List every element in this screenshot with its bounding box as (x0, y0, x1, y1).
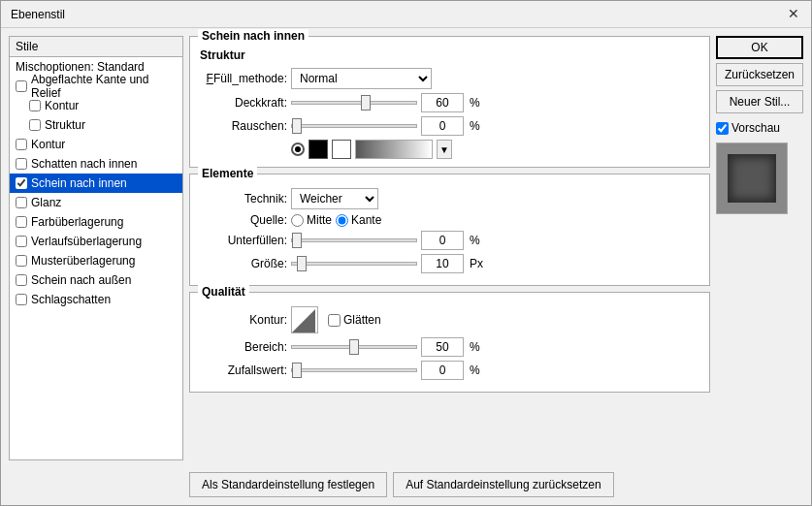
zufallswert-row: Zufallswert: % (200, 361, 699, 380)
quelle-kante-label[interactable]: Kante (336, 213, 381, 227)
groesse-row: Größe: Px (200, 254, 699, 273)
unterfuellen-input[interactable] (421, 231, 464, 250)
elemente-section-label: Elemente (198, 167, 257, 180)
farbueberlagerung-checkbox[interactable] (16, 216, 27, 228)
quelle-kante-text: Kante (351, 213, 381, 227)
preview-inner (728, 154, 776, 203)
radio-color[interactable] (291, 142, 305, 156)
glaetten-checkbox[interactable] (328, 314, 341, 327)
glanz-checkbox[interactable] (16, 197, 27, 208)
dialog-body: Stile Mischoptionen: Standard Abgeflacht… (1, 28, 811, 468)
deckkraft-label: Deckkraft: (200, 96, 287, 110)
bottom-bar: Als Standardeinstellung festlegen Auf St… (1, 468, 811, 505)
kontur2-checkbox[interactable] (16, 139, 27, 150)
dialog-window: Ebenenstil ✕ Stile Mischoptionen: Standa… (0, 0, 812, 506)
deckkraft-unit: % (470, 96, 480, 110)
gradient-arrow[interactable]: ▼ (437, 140, 452, 159)
zuruecksetzen-button[interactable]: Zurücksetzen (716, 63, 803, 86)
glaetten-text: Glätten (343, 313, 381, 327)
musterueberlagerung-checkbox[interactable] (16, 255, 27, 267)
technik-select[interactable]: Weicher (291, 188, 378, 209)
sidebar-item-schlagschatten[interactable]: Schlagschatten (10, 290, 182, 309)
rauschen-unit: % (470, 119, 480, 133)
unterfuellen-unit: % (470, 234, 480, 247)
groesse-unit: Px (470, 257, 483, 270)
kontur1-label: Kontur (45, 99, 79, 112)
qualitaet-section-label: Qualität (198, 285, 249, 299)
kontur-preview[interactable] (291, 306, 318, 333)
sidebar-item-farbueberlagerung[interactable]: Farbüberlagerung (10, 212, 182, 232)
vorschau-label: Vorschau (731, 121, 780, 135)
vorschau-row: Vorschau (716, 121, 803, 135)
kontur2-label: Kontur (31, 138, 65, 151)
schatten-label: Schatten nach innen (31, 157, 137, 171)
ok-button[interactable]: OK (716, 36, 803, 59)
quelle-mitte-radio[interactable] (291, 214, 304, 227)
schein-innen-checkbox[interactable] (16, 177, 27, 189)
deckkraft-slider[interactable] (291, 101, 417, 105)
bereich-slider[interactable] (291, 345, 417, 349)
glaetten-label[interactable]: Glätten (328, 313, 381, 327)
schein-section-label: Schein nach innen (198, 29, 309, 43)
verlaufsueberlagerung-checkbox[interactable] (16, 236, 27, 247)
zufallswert-unit: % (470, 364, 480, 377)
sidebar-item-schatten[interactable]: Schatten nach innen (10, 154, 182, 174)
groesse-slider[interactable] (291, 262, 417, 266)
schlagschatten-checkbox[interactable] (16, 294, 27, 305)
auf-standard-button[interactable]: Auf Standardeinstellung zurücksetzen (393, 472, 613, 497)
gradient-swatch[interactable] (355, 140, 433, 159)
abgeflachte-checkbox[interactable] (16, 80, 27, 92)
schatten-checkbox[interactable] (16, 158, 27, 170)
technik-row: Technik: Weicher (200, 188, 699, 209)
kontur-label: Kontur: (200, 313, 287, 327)
deckkraft-row: Deckkraft: % (200, 93, 699, 112)
rauschen-label: Rauschen: (200, 119, 287, 133)
deckkraft-input[interactable] (421, 93, 464, 112)
schlagschatten-label: Schlagschatten (31, 293, 111, 306)
vorschau-checkbox[interactable] (716, 122, 729, 135)
quelle-row: Quelle: Mitte Kante (200, 213, 699, 227)
sidebar-item-struktur[interactable]: Struktur (10, 115, 182, 135)
title-bar: Ebenenstil ✕ (1, 1, 811, 28)
elemente-section: Elemente Technik: Weicher Quelle: Mitte (189, 174, 710, 286)
unterfuellen-label: Unterfüllen: (200, 234, 287, 247)
groesse-input[interactable] (421, 254, 464, 273)
black-swatch[interactable] (309, 140, 328, 159)
close-button[interactable]: ✕ (786, 7, 801, 22)
rauschen-slider[interactable] (291, 124, 417, 128)
sidebar-item-schein-aussen[interactable]: Schein nach außen (10, 270, 182, 290)
schein-aussen-checkbox[interactable] (16, 274, 27, 286)
als-standard-button[interactable]: Als Standardeinstellung festlegen (189, 472, 387, 497)
quelle-mitte-text: Mitte (307, 213, 332, 227)
musterueberlagerung-label: Musterüberlagerung (31, 254, 135, 268)
fuellmethode-select[interactable]: Normal (291, 68, 432, 89)
zufallswert-slider[interactable] (291, 368, 417, 372)
neuer-stil-button[interactable]: Neuer Stil... (716, 90, 803, 113)
bereich-input[interactable] (421, 337, 464, 357)
unterfuellen-slider[interactable] (291, 238, 417, 242)
sidebar-item-abgeflachte[interactable]: Abgeflachte Kante und Relief (10, 77, 182, 96)
left-panel: Stile Mischoptionen: Standard Abgeflacht… (9, 36, 183, 460)
struktur-checkbox[interactable] (29, 119, 41, 131)
white-swatch[interactable] (332, 140, 351, 159)
quelle-kante-radio[interactable] (336, 214, 348, 227)
stile-header: Stile (10, 37, 182, 57)
groesse-label: Größe: (200, 257, 287, 270)
zufallswert-input[interactable] (421, 361, 464, 380)
sidebar-item-verlaufsueberlagerung[interactable]: Verlaufsüberlagerung (10, 232, 182, 251)
preview-box (716, 142, 788, 214)
sidebar-item-glanz[interactable]: Glanz (10, 193, 182, 212)
sidebar-item-schein-innen[interactable]: Schein nach innen (10, 174, 182, 193)
kontur1-checkbox[interactable] (29, 100, 41, 111)
sidebar-item-musterueberlagerung[interactable]: Musterüberlagerung (10, 251, 182, 270)
rauschen-input[interactable] (421, 116, 464, 136)
color-row: ▼ (200, 140, 699, 159)
sidebar-item-kontur1[interactable]: Kontur (10, 96, 182, 115)
mischoptionen-label: Mischoptionen: Standard (16, 60, 145, 74)
quelle-mitte-label[interactable]: Mitte (291, 213, 332, 227)
bereich-row: Bereich: % (200, 337, 699, 357)
struktur-section: Schein nach innen Struktur FFüll_methode… (189, 36, 710, 168)
fuellmethode-row: FFüll_methode: Normal (200, 68, 699, 89)
technik-label: Technik: (200, 192, 287, 206)
sidebar-item-kontur2[interactable]: Kontur (10, 135, 182, 154)
